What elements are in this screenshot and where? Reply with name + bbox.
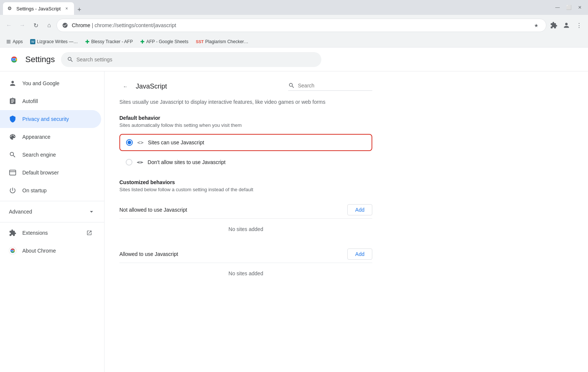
sidebar-item-about-chrome[interactable]: About Chrome — [0, 242, 101, 260]
minimize-button[interactable]: — — [552, 2, 563, 13]
sidebar-item-privacy-label: Privacy and security — [22, 116, 69, 122]
sidebar-item-default-browser[interactable]: Default browser — [0, 164, 101, 182]
allowed-row: Allowed to use Javascript Add — [119, 246, 372, 263]
bookmark-plagiarism[interactable]: SST Plagiarism Checker… — [193, 37, 251, 46]
address-text: Chrome | chrome://settings/content/javas… — [72, 22, 528, 28]
sidebar-item-on-startup-label: On startup — [22, 187, 46, 193]
blessy-icon: ✚ — [85, 39, 90, 45]
search-icon — [9, 151, 16, 158]
tab-close-button[interactable]: × — [64, 6, 70, 12]
power-icon — [9, 187, 16, 194]
svg-point-0 — [565, 23, 568, 25]
address-bar[interactable]: Chrome | chrome://settings/content/javas… — [57, 19, 546, 32]
default-behavior-section: Default behavior Sites automatically fol… — [119, 115, 372, 170]
sidebar: You and Google Autofill Privacy and secu… — [0, 71, 104, 372]
new-tab-button[interactable]: + — [74, 4, 84, 15]
search-icon — [67, 56, 74, 63]
svg-rect-5 — [10, 170, 16, 175]
tab-title: Settings - JavaScript — [16, 6, 61, 12]
block-radio-circle — [126, 159, 132, 166]
apps-grid-icon — [6, 39, 11, 44]
user-avatar-button[interactable] — [560, 19, 572, 31]
sidebar-item-privacy-and-security[interactable]: Privacy and security — [0, 110, 101, 128]
back-nav-button[interactable]: ← — [3, 19, 15, 31]
assignment-icon — [9, 97, 16, 105]
sidebar-item-appearance[interactable]: Appearance — [0, 128, 101, 146]
bookmark-afp-sheets[interactable]: ✚ AFP - Google Sheets — [137, 37, 191, 46]
wordpress-icon: W — [30, 39, 35, 44]
close-button[interactable]: ✕ — [575, 2, 585, 13]
reload-button[interactable]: ↻ — [30, 19, 42, 31]
bookmark-afp-label: AFP - Google Sheets — [146, 39, 188, 44]
extensions-puzzle-button[interactable] — [548, 19, 560, 31]
sidebar-item-autofill-label: Autofill — [22, 98, 38, 104]
bookmark-blessy-label: Blessy Tracker - AFP — [91, 39, 133, 44]
chrome-menu-button[interactable]: ⋮ — [573, 19, 585, 31]
allowed-add-button[interactable]: Add — [347, 248, 372, 260]
settings-search-bar[interactable] — [61, 52, 321, 67]
shield-icon — [9, 115, 16, 123]
settings-header: Settings — [0, 48, 588, 71]
allow-radio-label: Sites can use Javascript — [148, 140, 204, 145]
js-description: Sites usually use Javascript to display … — [119, 98, 372, 106]
toolbar-actions: ⋮ — [548, 19, 585, 31]
customized-behaviors-section: Customized behaviors Sites listed below … — [119, 179, 372, 284]
bookmark-apps-label: Apps — [13, 39, 23, 44]
nav-bar: ← → ↻ ⌂ Chrome | chrome://settings/conte… — [0, 15, 588, 36]
security-icon — [61, 22, 69, 29]
not-allowed-add-button[interactable]: Add — [347, 204, 372, 215]
afp-sheets-icon: ✚ — [140, 39, 145, 45]
behaviors-title: Customized behaviors — [119, 179, 372, 185]
settings-search-input[interactable] — [77, 57, 315, 62]
puzzle-icon — [9, 229, 16, 237]
content-search-bar[interactable] — [288, 82, 372, 91]
not-allowed-label: Not allowed to use Javascript — [119, 207, 187, 213]
content-search-input[interactable] — [298, 83, 372, 89]
bookmark-blessy[interactable]: ✚ Blessy Tracker - AFP — [82, 37, 136, 46]
plagiarism-icon: SST — [196, 39, 203, 44]
allowed-label: Allowed to use Javascript — [119, 251, 178, 257]
window-controls: — ⬜ ✕ — [552, 2, 585, 13]
allowed-empty-state: No sites added — [119, 263, 372, 284]
sidebar-item-search-engine-label: Search engine — [22, 152, 56, 158]
behaviors-subtitle: Sites listed below follow a custom setti… — [119, 187, 372, 192]
sidebar-item-extensions-label: Extensions — [22, 230, 48, 236]
browser-icon — [9, 169, 16, 176]
sidebar-item-default-browser-label: Default browser — [22, 170, 59, 176]
bookmark-apps[interactable]: Apps — [3, 37, 26, 46]
sidebar-item-about-chrome-label: About Chrome — [22, 248, 56, 254]
sidebar-item-appearance-label: Appearance — [22, 134, 51, 140]
content-search-icon — [288, 82, 295, 89]
sidebar-item-extensions[interactable]: Extensions — [0, 224, 101, 242]
chevron-down-icon — [88, 208, 95, 215]
allow-javascript-option[interactable]: <> Sites can use Javascript — [119, 134, 372, 151]
bookmark-lizgrace-label: Lizgrace Writes —… — [37, 39, 78, 44]
sidebar-item-you-and-google[interactable]: You and Google — [0, 74, 101, 92]
tab-strip: ⚙ Settings - JavaScript × + — [3, 0, 551, 15]
sidebar-item-on-startup[interactable]: On startup — [0, 182, 101, 199]
allow-radio-circle — [126, 139, 133, 146]
bookmark-star-button[interactable]: ★ — [531, 20, 542, 31]
block-javascript-option[interactable]: <> Don't allow sites to use Javascript — [119, 154, 372, 170]
page-title: JavaScript — [136, 83, 167, 90]
javascript-page-header: ← JavaScript — [119, 80, 372, 92]
sidebar-item-search-engine[interactable]: Search engine — [0, 146, 101, 164]
allow-radio-inner — [128, 141, 131, 144]
sidebar-advanced-section[interactable]: Advanced — [0, 203, 104, 221]
back-button[interactable]: ← — [119, 80, 131, 92]
home-button[interactable]: ⌂ — [43, 19, 55, 31]
default-behavior-subtitle: Sites automatically follow this setting … — [119, 122, 372, 128]
palette-icon — [9, 133, 16, 141]
no-code-icon: <> — [137, 159, 143, 165]
forward-nav-button[interactable]: → — [16, 19, 28, 31]
sidebar-item-autofill[interactable]: Autofill — [0, 92, 101, 110]
about-chrome-icon — [9, 247, 16, 254]
external-link-icon — [86, 230, 92, 236]
maximize-button[interactable]: ⬜ — [563, 2, 574, 13]
bookmark-lizgrace[interactable]: W Lizgrace Writes —… — [27, 37, 81, 46]
browser-frame: ⚙ Settings - JavaScript × + — ⬜ ✕ ← → ↻ … — [0, 0, 588, 372]
active-tab[interactable]: ⚙ Settings - JavaScript × — [3, 2, 74, 15]
bookmark-plagiarism-label: Plagiarism Checker… — [205, 39, 248, 44]
svg-point-4 — [13, 58, 16, 61]
block-radio-label: Don't allow sites to use Javascript — [148, 159, 226, 165]
